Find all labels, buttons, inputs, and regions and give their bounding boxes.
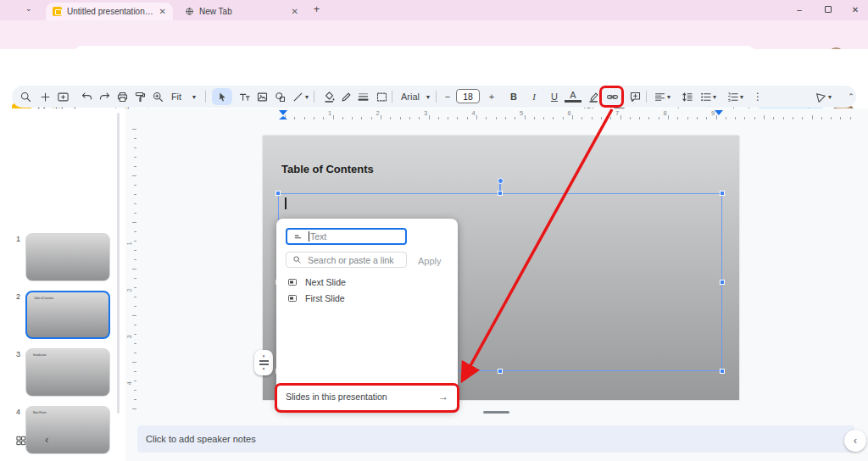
slide-page-icon: [287, 293, 298, 303]
ruler-tick: [639, 117, 640, 119]
new-tab-button[interactable]: +: [314, 3, 320, 15]
ruler-tick: [134, 166, 136, 167]
window-minimize-button[interactable]: –: [787, 0, 812, 19]
speaker-notes-area[interactable]: Click to add speaker notes: [137, 425, 854, 453]
slide-thumbnail-1[interactable]: [25, 233, 110, 281]
slide-thumbnail-4[interactable]: Main Points: [25, 406, 110, 454]
collapse-menus-icon[interactable]: ⌃: [843, 88, 860, 105]
line-spacing-icon[interactable]: [678, 88, 695, 105]
slide-thumbnail-2[interactable]: Table of Contents: [25, 291, 110, 339]
tab-search-chevron-icon[interactable]: ⌄: [25, 4, 32, 13]
apply-button[interactable]: Apply: [418, 256, 442, 266]
collapse-filmstrip-icon[interactable]: ‹: [45, 433, 48, 446]
underline-button[interactable]: U: [546, 88, 563, 105]
tab-close-icon[interactable]: ✕: [292, 7, 298, 16]
link-suggestion-first-slide[interactable]: First Slide: [287, 293, 345, 303]
line-caret-icon[interactable]: ▼: [303, 88, 311, 105]
ruler-tick: [352, 117, 353, 119]
toolbar-divider: [314, 91, 314, 103]
pointer-caret-icon[interactable]: ▼: [826, 88, 834, 105]
ruler-tick: [726, 117, 726, 119]
font-family-select[interactable]: Arial: [397, 88, 424, 105]
ruler-tick: [390, 117, 391, 119]
more-options-icon[interactable]: ⋮: [749, 88, 766, 105]
resize-handle-se[interactable]: [720, 369, 725, 374]
link-search-input[interactable]: Search or paste a link: [286, 252, 407, 268]
border-weight-icon[interactable]: [354, 88, 371, 105]
font-size-increase-icon[interactable]: +: [483, 88, 500, 105]
link-suggestion-next-slide[interactable]: Next Slide: [287, 277, 346, 287]
ruler-tick: [486, 117, 487, 119]
redo-icon[interactable]: [96, 88, 113, 105]
browser-tab-active[interactable]: Untitled presentation - Google ✕: [46, 3, 173, 20]
select-tool-icon[interactable]: [214, 88, 231, 105]
ruler-tick: [134, 399, 136, 400]
add-comment-icon[interactable]: [626, 88, 643, 105]
show-side-panel-button[interactable]: ‹: [844, 430, 866, 452]
ruler-tick: [134, 334, 136, 335]
ruler-tick: [323, 117, 324, 119]
border-color-icon[interactable]: [337, 88, 354, 105]
align-caret-icon[interactable]: ▼: [665, 88, 673, 105]
app-header: Untitled presentation ☆ FileEditViewInse…: [0, 49, 868, 85]
browser-tab-newtab[interactable]: New Tab ✕: [178, 3, 305, 20]
numbered-list-caret-icon[interactable]: ▼: [737, 88, 746, 105]
resize-handle-e[interactable]: [720, 280, 725, 285]
window-close-button[interactable]: ✕: [843, 0, 868, 19]
zoom-select[interactable]: Fit: [166, 88, 186, 105]
slide-thumbnail-3[interactable]: Introduction: [25, 348, 110, 397]
link-text-input[interactable]: Text: [286, 228, 407, 245]
zoom-caret-icon[interactable]: ▼: [190, 88, 198, 105]
ruler-tick: [419, 117, 420, 119]
tab-title: Untitled presentation - Google: [67, 7, 154, 16]
ruler-tick: [525, 115, 526, 119]
insert-shape-icon[interactable]: [271, 88, 288, 105]
grid-view-icon[interactable]: [15, 435, 27, 447]
v-ruler-number: 2: [125, 288, 133, 292]
fill-color-icon[interactable]: [320, 88, 337, 105]
ruler-tick: [505, 117, 506, 119]
resize-handle-nw[interactable]: [275, 191, 281, 196]
undo-icon[interactable]: [78, 88, 95, 105]
paint-format-icon[interactable]: [131, 88, 148, 105]
toolbar-divider: [392, 91, 392, 103]
insert-image-icon[interactable]: [253, 88, 270, 105]
bold-button[interactable]: B: [505, 88, 522, 105]
indent-marker[interactable]: [279, 116, 287, 119]
new-slide-icon[interactable]: [54, 88, 71, 105]
font-caret-icon[interactable]: ▼: [424, 88, 432, 105]
text-color-button[interactable]: A: [565, 89, 581, 103]
italic-button[interactable]: I: [526, 88, 542, 105]
indent-marker[interactable]: [715, 110, 723, 115]
font-size-input[interactable]: 18: [456, 89, 480, 103]
print-icon[interactable]: [114, 88, 131, 105]
slide-filmstrip: 12Table of Contents3Introduction4Main Po…: [0, 108, 125, 461]
h-ruler-number: 8: [664, 109, 667, 117]
v-ruler-number: 1: [125, 242, 133, 245]
ruler-tick: [687, 117, 688, 119]
font-size-decrease-icon[interactable]: −: [439, 88, 456, 105]
slide-page-icon: [287, 277, 298, 287]
ruler-tick: [831, 117, 832, 119]
spacing-widget[interactable]: ▼▲: [254, 350, 273, 375]
zoom-icon[interactable]: [149, 88, 166, 105]
tab-close-icon[interactable]: ✕: [159, 7, 166, 16]
ruler-tick: [515, 117, 515, 119]
toolbar-add-icon[interactable]: [36, 88, 53, 105]
notes-resize-handle[interactable]: [483, 411, 509, 414]
ruler-tick: [648, 117, 649, 119]
slide-title-text[interactable]: Table of Contents: [281, 163, 374, 175]
rotation-handle[interactable]: [498, 178, 504, 184]
window-maximize-button[interactable]: [815, 0, 841, 19]
resize-handle-s[interactable]: [498, 369, 503, 374]
filmstrip-scrollbar[interactable]: [117, 113, 120, 414]
indent-marker[interactable]: [279, 110, 287, 115]
border-dash-icon[interactable]: [373, 88, 390, 105]
text-box-icon[interactable]: [236, 88, 253, 105]
bulleted-list-caret-icon[interactable]: ▼: [710, 88, 719, 105]
resize-handle-n[interactable]: [498, 191, 503, 196]
toolbar-search-icon[interactable]: [17, 88, 34, 105]
insert-link-popup: Text Search or paste a link Apply Next S…: [276, 219, 458, 410]
resize-handle-ne[interactable]: [720, 191, 725, 196]
ruler-tick: [304, 117, 305, 119]
